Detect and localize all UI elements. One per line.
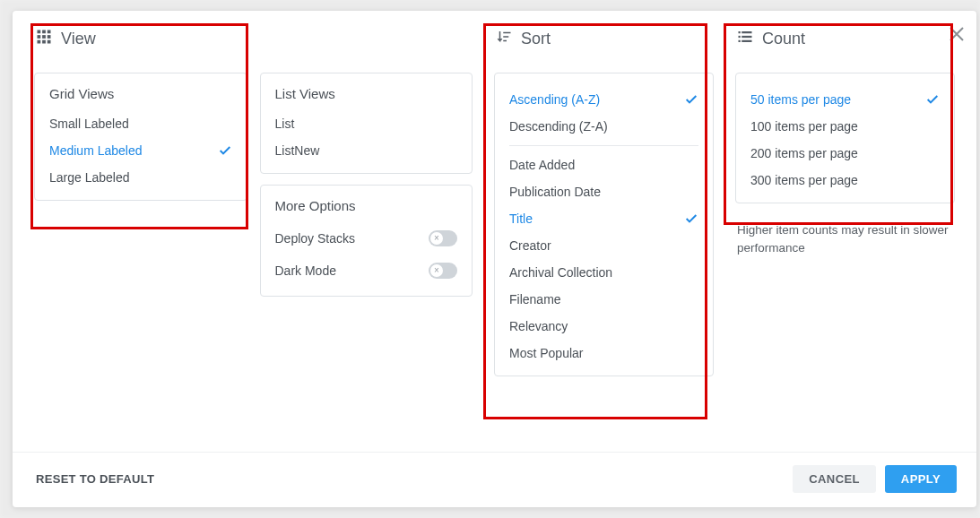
grid-views-title: Grid Views [49,86,232,101]
grid-views-card: Grid Views Small Labeled Medium Labeled … [34,73,247,201]
option-list[interactable]: List [275,110,458,137]
list-views-card: List Views List ListNew [260,73,473,174]
toggle-deploy-stacks: Deploy Stacks [275,222,458,255]
svg-rect-0 [38,30,41,34]
svg-rect-5 [48,35,51,39]
sort-icon [496,29,512,49]
sort-card: Ascending (A-Z) Descending (Z-A) Date Ad… [494,73,714,376]
svg-rect-3 [38,35,41,39]
svg-rect-9 [503,32,510,34]
option-listnew[interactable]: ListNew [275,137,458,164]
reset-to-default[interactable]: RESET TO DEFAULT [36,472,154,486]
close-icon[interactable] [946,23,967,45]
option-archival-collection[interactable]: Archival Collection [509,259,698,286]
option-ascending[interactable]: Ascending (A-Z) [509,86,698,113]
option-date-added[interactable]: Date Added [509,151,698,178]
option-large-labeled[interactable]: Large Labeled [49,164,232,191]
option-most-popular[interactable]: Most Popular [509,340,698,367]
option-100-items[interactable]: 100 items per page [750,113,940,140]
option-creator[interactable]: Creator [509,232,698,259]
count-column: Count 50 items per page 100 items per pa… [735,29,955,445]
grid-icon [36,29,52,49]
toggle-dark-mode: Dark Mode [275,255,458,287]
count-title: Count [762,30,805,48]
sort-column: Sort Ascending (A-Z) Descending (Z-A) Da… [494,29,714,445]
svg-rect-17 [742,40,751,42]
modal-footer: RESET TO DEFAULT CANCEL APPLY [13,452,976,507]
svg-rect-11 [503,40,507,42]
view-header: View [34,29,473,49]
list-icon [737,29,753,49]
option-small-labeled[interactable]: Small Labeled [49,110,232,137]
view-column: View Grid Views Small Labeled Medium Lab… [34,29,473,445]
svg-rect-16 [739,40,741,42]
option-medium-labeled[interactable]: Medium Labeled [49,137,232,164]
dark-mode-toggle[interactable] [429,263,457,279]
sort-title: Sort [521,30,551,48]
option-descending[interactable]: Descending (Z-A) [509,113,698,140]
count-hint: Higher item counts may result in slower … [735,221,955,256]
svg-rect-8 [48,40,51,44]
option-300-items[interactable]: 300 items per page [750,167,940,194]
svg-rect-6 [38,40,41,44]
count-card: 50 items per page 100 items per page 200… [735,73,955,203]
count-header: Count [735,29,955,49]
deploy-stacks-toggle[interactable] [429,230,457,246]
svg-rect-2 [48,30,51,34]
modal-body: View Grid Views Small Labeled Medium Lab… [13,11,976,452]
list-views-title: List Views [275,86,458,101]
more-options-title: More Options [275,198,458,213]
cancel-button[interactable]: CANCEL [793,465,876,493]
option-200-items[interactable]: 200 items per page [750,140,940,167]
view-title: View [61,30,96,48]
svg-rect-15 [742,36,751,38]
settings-modal: View Grid Views Small Labeled Medium Lab… [13,11,976,507]
option-50-items[interactable]: 50 items per page [750,86,940,113]
svg-rect-12 [739,31,741,33]
option-title[interactable]: Title [509,205,698,232]
apply-button[interactable]: APPLY [885,465,957,493]
svg-rect-7 [42,40,46,44]
svg-rect-13 [742,31,751,33]
svg-rect-14 [739,36,741,38]
sort-header: Sort [494,29,714,49]
svg-rect-1 [42,30,46,34]
option-relevancy[interactable]: Relevancy [509,313,698,340]
option-filename[interactable]: Filename [509,286,698,313]
more-options-card: More Options Deploy Stacks Dark Mode [260,185,473,297]
svg-rect-4 [42,35,46,39]
svg-rect-10 [503,36,508,38]
option-publication-date[interactable]: Publication Date [509,178,698,205]
